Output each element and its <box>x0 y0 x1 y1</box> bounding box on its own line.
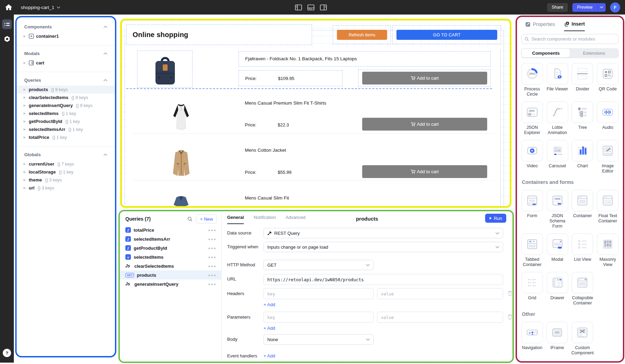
tree-item-query[interactable]: ▶selectedItemsArr{} 1 key <box>17 125 115 133</box>
components-section-header[interactable]: Components <box>21 24 110 32</box>
component-card-carousel[interactable]: Carousel <box>546 140 569 174</box>
new-query-button[interactable]: + New <box>196 214 217 223</box>
component-card-collapsible-container[interactable]: Collapsible Container <box>572 272 594 306</box>
component-card-tree[interactable]: Tree <box>572 101 594 135</box>
parameter-key-input[interactable] <box>264 312 374 323</box>
component-tree-icon[interactable] <box>2 19 12 29</box>
home-icon[interactable] <box>4 3 13 12</box>
component-card-json-explorer[interactable]: JSON JSON Explorer <box>521 101 543 135</box>
add-event-handler-link[interactable]: + Add <box>264 353 275 358</box>
globals-section-header[interactable]: Globals <box>21 151 110 160</box>
tree-item-query[interactable]: ▶totalPrice{} 1 key <box>17 133 115 141</box>
component-card-process-circle[interactable]: 25% Process Circle <box>521 63 543 97</box>
caret-icon[interactable]: ▶ <box>24 104 27 107</box>
parameter-value-input[interactable] <box>377 312 503 323</box>
header-key-input[interactable] <box>264 288 374 299</box>
component-card-navigation[interactable]: Navigation <box>521 322 543 356</box>
query-list-item[interactable]: JsclearSelectedtems●●● <box>120 261 221 270</box>
component-card-chart[interactable]: Chart <box>572 140 594 174</box>
caret-icon[interactable]: ▶ <box>24 136 27 139</box>
component-card-audio[interactable]: Audio <box>597 101 619 135</box>
toggle-right-panel-icon[interactable] <box>320 5 327 10</box>
tab-advanced[interactable]: Advanced <box>286 215 306 224</box>
app-title-menu[interactable]: shopping-cart_1 <box>21 5 60 10</box>
body-select[interactable]: None <box>264 334 374 345</box>
data-source-select[interactable]: REST Query <box>264 228 503 238</box>
tab-properties[interactable]: Properties <box>525 21 555 31</box>
query-list-item-selected[interactable]: GETproducts●●● <box>120 270 221 279</box>
component-card-file-viewer[interactable]: File Viewer <box>546 63 569 97</box>
more-menu-icon[interactable]: ●●● <box>208 264 216 268</box>
component-card-qr-code[interactable]: QR Code <box>597 63 619 97</box>
component-card-container[interactable]: Container <box>572 190 594 229</box>
tree-item-global[interactable]: ▶url{} 3 keys <box>17 184 115 192</box>
modals-section-header[interactable]: Modals <box>21 50 110 59</box>
query-list-item[interactable]: xselectedItems●●● <box>120 252 221 261</box>
component-card-iframe[interactable]: </> IFrame <box>546 322 568 356</box>
more-menu-icon[interactable]: ●●● <box>208 228 216 232</box>
more-menu-icon[interactable]: ●●● <box>208 246 216 250</box>
go-to-cart-button[interactable]: GO TO CART <box>396 30 497 40</box>
more-menu-icon[interactable]: ●●● <box>208 282 216 286</box>
query-list-item[interactable]: ftotalPrice●●● <box>120 225 221 234</box>
add-parameter-link[interactable]: + Add <box>264 326 275 331</box>
search-input[interactable] <box>532 36 615 42</box>
preview-button[interactable]: Preview <box>572 3 597 12</box>
more-menu-icon[interactable]: ●●● <box>208 273 216 277</box>
more-menu-icon[interactable]: ●●● <box>208 255 216 259</box>
settings-nut-icon[interactable] <box>2 34 12 44</box>
trash-icon[interactable] <box>508 291 512 296</box>
tree-item-global[interactable]: ▶currentUser{} 7 keys <box>17 160 115 168</box>
header-value-input[interactable] <box>377 288 503 299</box>
component-card-modal[interactable]: Modal <box>546 233 569 267</box>
component-card-json-schema-form[interactable]: JSON JSON Schema Form <box>546 190 569 229</box>
product-price-box[interactable]: Price: $109.95 <box>239 70 342 86</box>
url-input[interactable] <box>264 274 503 285</box>
tab-general[interactable]: General <box>227 215 244 224</box>
component-card-custom-component[interactable]: Custom Component <box>571 322 594 356</box>
queries-section-header[interactable]: Queries <box>21 77 110 86</box>
share-button[interactable]: Share <box>547 3 568 12</box>
tree-item-query[interactable]: ▶generateInsertQuery{} 9 keys <box>17 101 115 109</box>
component-card-drawer[interactable]: Drawer <box>546 272 569 306</box>
component-card-form[interactable]: Form <box>521 190 543 229</box>
component-card-video[interactable]: Video <box>521 140 543 174</box>
tree-item-global[interactable]: ▶localStorage{} 1 key <box>17 168 115 176</box>
component-card-tabbed-container[interactable]: AB Tabbed Container <box>521 233 543 267</box>
app-canvas[interactable]: Online shopping Refresh items GO TO CART… <box>120 19 511 208</box>
caret-icon[interactable]: ▶ <box>24 120 27 123</box>
segment-extensions[interactable]: Extensions <box>570 49 618 57</box>
preview-dropdown-button[interactable] <box>597 3 606 12</box>
component-card-lottie-animation[interactable]: Lottie Animation <box>546 101 569 135</box>
query-list-item[interactable]: fselectedItemsArr●●● <box>120 234 221 243</box>
caret-icon[interactable]: ▶ <box>24 61 27 64</box>
tree-item-query[interactable]: ▶products{} 9 keys <box>17 86 115 94</box>
caret-icon[interactable]: ▶ <box>24 88 27 91</box>
http-method-select[interactable]: GET <box>264 260 374 270</box>
caret-icon[interactable]: ▶ <box>24 112 27 115</box>
run-query-button[interactable]: Run <box>485 214 506 223</box>
caret-icon[interactable]: ▶ <box>24 128 27 131</box>
add-to-cart-button[interactable]: Add to cart <box>362 165 487 178</box>
tree-item-container1[interactable]: ▶ container1 <box>17 32 115 40</box>
caret-icon[interactable]: ▶ <box>24 178 27 181</box>
caret-icon[interactable]: ▶ <box>24 170 27 174</box>
query-list-item[interactable]: JsgenerateInsertQuery●●● <box>120 279 221 288</box>
query-list-item[interactable]: fgetProductById●●● <box>120 243 221 252</box>
app-title-widget[interactable]: Online shopping <box>126 25 312 45</box>
component-card-divider[interactable]: Divider <box>572 63 594 97</box>
product-image-box[interactable] <box>137 51 193 88</box>
tab-notification[interactable]: Notification <box>253 215 276 224</box>
toggle-left-panel-icon[interactable] <box>295 5 302 10</box>
trash-icon[interactable] <box>508 314 512 320</box>
segment-components[interactable]: Components <box>522 49 570 57</box>
tree-item-global[interactable]: ▶theme{} 3 keys <box>17 176 115 184</box>
component-search[interactable] <box>521 34 619 44</box>
more-menu-icon[interactable]: ●●● <box>208 237 216 241</box>
refresh-items-button[interactable]: Refresh items <box>337 30 387 40</box>
help-icon[interactable]: ? <box>3 349 11 357</box>
toggle-bottom-panel-icon[interactable] <box>307 5 314 10</box>
component-card-list-view[interactable]: List View <box>572 233 594 267</box>
caret-icon[interactable]: ▶ <box>24 162 27 166</box>
avatar[interactable]: F <box>610 2 620 12</box>
